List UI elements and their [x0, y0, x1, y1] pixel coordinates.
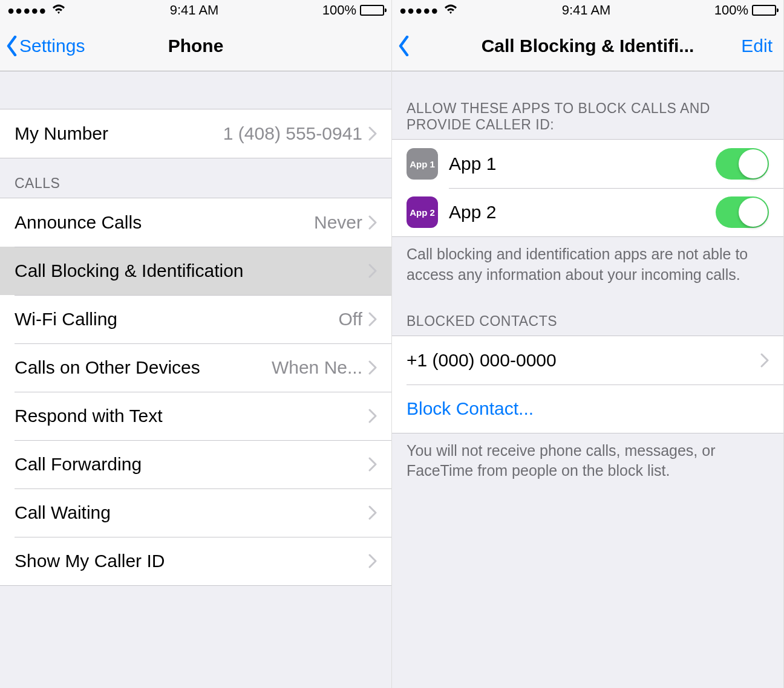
- row-my-number[interactable]: My Number 1 (408) 555-0941: [0, 109, 391, 158]
- row-label: Show My Caller ID: [15, 551, 368, 571]
- back-button[interactable]: Settings: [6, 36, 85, 56]
- status-time: 9:41 AM: [562, 2, 611, 18]
- back-label: Settings: [19, 36, 85, 56]
- wifi-icon: [51, 2, 66, 18]
- section-header-allow: Allow these apps to block calls and prov…: [392, 71, 783, 139]
- row-label: My Number: [15, 123, 223, 144]
- back-button[interactable]: [398, 36, 410, 56]
- row-label: Announce Calls: [15, 212, 314, 233]
- chevron-right-icon: [368, 264, 377, 278]
- page-title: Call Blocking & Identifi...: [392, 36, 783, 56]
- blocked-number: +1 (000) 000-0000: [407, 350, 760, 371]
- app-icon: App 1: [407, 148, 438, 180]
- row-call-forwarding[interactable]: Call Forwarding: [0, 440, 391, 488]
- row-label: Call Waiting: [15, 502, 368, 523]
- battery-percent: 100%: [714, 2, 748, 18]
- section-header-blocked: Blocked Contacts: [392, 296, 783, 336]
- app-icon: App 2: [407, 196, 438, 228]
- row-wifi-calling[interactable]: Wi-Fi Calling Off: [0, 295, 391, 343]
- chevron-right-icon: [368, 215, 377, 230]
- row-value: Never: [314, 212, 362, 233]
- chevron-right-icon: [368, 360, 377, 375]
- row-announce-calls[interactable]: Announce Calls Never: [0, 198, 391, 247]
- row-label: Wi-Fi Calling: [15, 309, 339, 329]
- chevron-right-icon: [368, 409, 377, 423]
- toggle-app-1[interactable]: [716, 148, 769, 180]
- signal-dots-icon: ●●●●●: [399, 4, 439, 18]
- edit-button[interactable]: Edit: [741, 36, 773, 56]
- nav-bar: Settings Phone: [0, 21, 391, 71]
- row-label: Respond with Text: [15, 406, 368, 426]
- battery-icon: [752, 5, 776, 16]
- row-calls-other-devices[interactable]: Calls on Other Devices When Ne...: [0, 343, 391, 392]
- chevron-right-icon: [760, 353, 769, 368]
- chevron-left-icon: [398, 36, 410, 56]
- row-label: Call Forwarding: [15, 454, 368, 475]
- row-blocked-number[interactable]: +1 (000) 000-0000: [392, 336, 783, 385]
- section-footer-blocked: You will not receive phone calls, messag…: [392, 433, 783, 493]
- toggle-app-2[interactable]: [716, 196, 769, 228]
- row-label: Calls on Other Devices: [15, 357, 272, 378]
- battery-percent: 100%: [322, 2, 356, 18]
- row-value: 1 (408) 555-0941: [223, 123, 362, 144]
- chevron-right-icon: [368, 312, 377, 326]
- battery-icon: [360, 5, 384, 16]
- screen-phone-settings: ●●●●● 9:41 AM 100% Settings Phone My Num…: [0, 0, 392, 688]
- chevron-right-icon: [368, 554, 377, 568]
- section-header-calls: Calls: [0, 158, 391, 198]
- block-contact-label: Block Contact...: [407, 398, 769, 419]
- status-bar: ●●●●● 9:41 AM 100%: [0, 0, 391, 21]
- status-bar: ●●●●● 9:41 AM 100%: [392, 0, 783, 21]
- row-respond-with-text[interactable]: Respond with Text: [0, 392, 391, 440]
- chevron-right-icon: [368, 505, 377, 520]
- row-call-blocking[interactable]: Call Blocking & Identification: [0, 247, 391, 295]
- row-value: Off: [339, 309, 362, 329]
- row-value: When Ne...: [272, 357, 362, 378]
- status-time: 9:41 AM: [170, 2, 219, 18]
- wifi-icon: [443, 2, 458, 18]
- chevron-right-icon: [368, 457, 377, 472]
- row-call-waiting[interactable]: Call Waiting: [0, 488, 391, 537]
- chevron-left-icon: [6, 36, 18, 56]
- chevron-right-icon: [368, 126, 377, 141]
- section-footer-apps: Call blocking and identification apps ar…: [392, 237, 783, 296]
- app-name: App 2: [449, 202, 716, 222]
- row-app-1: App 1 App 1: [392, 140, 783, 188]
- row-label: Call Blocking & Identification: [15, 261, 368, 281]
- nav-bar: Call Blocking & Identifi... Edit: [392, 21, 783, 71]
- row-block-contact[interactable]: Block Contact...: [392, 385, 783, 433]
- row-show-caller-id[interactable]: Show My Caller ID: [0, 537, 391, 585]
- screen-call-blocking: ●●●●● 9:41 AM 100% Call Blocking & Ident…: [392, 0, 784, 688]
- app-name: App 1: [449, 154, 716, 174]
- signal-dots-icon: ●●●●●: [7, 4, 47, 18]
- row-app-2: App 2 App 2: [392, 188, 783, 236]
